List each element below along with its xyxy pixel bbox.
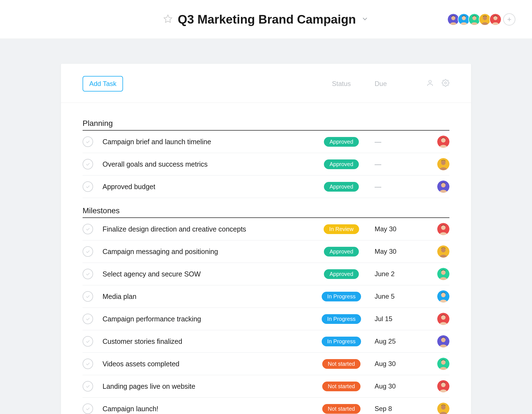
member-list [449, 13, 515, 26]
task-row[interactable]: Overall goals and success metricsApprove… [83, 153, 449, 176]
add-member-button[interactable] [503, 13, 515, 26]
check-circle-icon[interactable] [83, 159, 93, 169]
due-column-header: Due [366, 80, 413, 88]
assignee-avatar[interactable] [437, 158, 449, 170]
check-circle-icon[interactable] [83, 336, 93, 347]
top-bar: Q3 Marketing Brand Campaign [0, 0, 532, 39]
section-title[interactable]: Planning [83, 111, 449, 131]
task-name: Overall goals and success metrics [103, 160, 316, 168]
due-date[interactable]: Aug 30 [366, 382, 413, 390]
section-title[interactable]: Milestones [83, 198, 449, 218]
task-name: Campaign messaging and positioning [103, 248, 316, 256]
task-name: Select agency and secure SOW [103, 270, 316, 278]
assignee-avatar[interactable] [437, 268, 449, 280]
project-title[interactable]: Q3 Marketing Brand Campaign [178, 12, 356, 26]
task-row[interactable]: Finalize design direction and creative c… [83, 218, 449, 240]
status-badge[interactable]: Not started [322, 382, 360, 391]
svg-point-30 [441, 315, 446, 320]
check-circle-icon[interactable] [83, 136, 93, 147]
check-circle-icon[interactable] [83, 359, 93, 369]
status-badge[interactable]: Approved [324, 269, 359, 279]
svg-point-24 [441, 248, 446, 252]
task-row[interactable]: Media planIn ProgressJune 5 [83, 285, 449, 308]
svg-point-36 [441, 383, 446, 387]
assignee-avatar[interactable] [437, 335, 449, 347]
check-circle-icon[interactable] [83, 246, 93, 257]
assignee-avatar[interactable] [437, 181, 449, 193]
svg-point-10 [493, 16, 498, 20]
task-name: Finalize design direction and creative c… [103, 225, 316, 233]
svg-point-6 [472, 16, 477, 20]
status-badge[interactable]: Approved [324, 137, 359, 147]
status-badge[interactable]: Not started [322, 404, 360, 414]
due-date[interactable]: Aug 30 [366, 360, 413, 368]
svg-point-2 [451, 16, 456, 20]
svg-point-32 [441, 338, 446, 342]
due-date[interactable]: Aug 25 [366, 337, 413, 345]
svg-point-38 [441, 405, 446, 410]
due-date[interactable]: May 30 [366, 248, 413, 255]
check-circle-icon[interactable] [83, 291, 93, 302]
assignee-avatar[interactable] [437, 136, 449, 148]
svg-point-34 [441, 360, 446, 365]
status-badge[interactable]: In Progress [322, 314, 361, 324]
assignee-avatar[interactable] [437, 290, 449, 303]
task-row[interactable]: Campaign brief and launch timelineApprov… [83, 131, 449, 153]
add-task-button[interactable]: Add Task [83, 76, 123, 92]
status-badge[interactable]: Approved [324, 159, 359, 169]
task-row[interactable]: Approved budgetApproved— [83, 176, 449, 198]
due-date[interactable]: Jul 15 [366, 315, 413, 323]
task-name: Landing pages live on website [103, 382, 316, 390]
svg-point-28 [441, 293, 446, 297]
task-name: Campaign brief and launch timeline [103, 138, 316, 146]
check-circle-icon[interactable] [83, 314, 93, 324]
assignee-avatar[interactable] [437, 358, 449, 370]
person-icon[interactable] [426, 79, 434, 88]
gear-icon[interactable] [442, 79, 449, 88]
assignee-avatar[interactable] [437, 403, 449, 414]
check-circle-icon[interactable] [83, 224, 93, 234]
status-badge[interactable]: Approved [324, 247, 359, 256]
check-circle-icon[interactable] [83, 181, 93, 192]
star-icon[interactable] [163, 14, 173, 25]
check-circle-icon[interactable] [83, 381, 93, 392]
assignee-avatar[interactable] [437, 313, 449, 325]
due-date[interactable]: June 2 [366, 270, 413, 278]
task-name: Approved budget [103, 183, 316, 191]
task-row[interactable]: Campaign launch!Not startedSep 8 [83, 398, 449, 414]
task-row[interactable]: Landing pages live on websiteNot started… [83, 375, 449, 398]
task-card: Add Task Status Due Plannin [61, 64, 471, 414]
svg-point-8 [483, 16, 487, 20]
task-row[interactable]: Select agency and secure SOWApprovedJune… [83, 263, 449, 285]
due-date[interactable]: June 5 [366, 293, 413, 300]
due-date[interactable]: — [366, 183, 413, 191]
task-row[interactable]: Videos assets completedNot startedAug 30 [83, 353, 449, 375]
status-badge[interactable]: In Review [324, 224, 359, 234]
due-date[interactable]: May 30 [366, 225, 413, 233]
status-badge[interactable]: In Progress [322, 337, 361, 346]
task-row[interactable]: Customer stories finalizedIn ProgressAug… [83, 330, 449, 353]
check-circle-icon[interactable] [83, 403, 93, 414]
due-date[interactable]: — [366, 138, 413, 146]
due-date[interactable]: Sep 8 [366, 405, 413, 413]
due-date[interactable]: — [366, 160, 413, 168]
chevron-down-icon[interactable] [361, 15, 369, 24]
task-row[interactable]: Campaign messaging and positioningApprov… [83, 240, 449, 263]
svg-point-13 [429, 80, 431, 83]
task-name: Campaign launch! [103, 405, 316, 413]
assignee-avatar[interactable] [437, 223, 449, 235]
status-badge[interactable]: In Progress [322, 292, 361, 301]
svg-point-14 [445, 82, 447, 84]
status-badge[interactable]: Approved [324, 182, 359, 192]
check-circle-icon[interactable] [83, 269, 93, 279]
member-avatar[interactable] [489, 13, 502, 26]
task-name: Campaign performance tracking [103, 315, 316, 323]
status-badge[interactable]: Not started [322, 359, 360, 369]
task-row[interactable]: Campaign performance trackingIn Progress… [83, 308, 449, 330]
svg-point-26 [441, 270, 446, 275]
assignee-avatar[interactable] [437, 380, 449, 392]
assignee-avatar[interactable] [437, 245, 449, 258]
svg-point-22 [441, 225, 446, 230]
status-column-header: Status [316, 80, 366, 88]
task-name: Media plan [103, 293, 316, 301]
